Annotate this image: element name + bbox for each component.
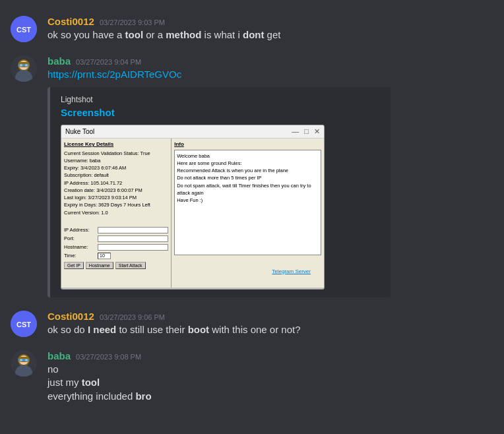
message-group-2: baba 03/27/2023 9:04 PM https://prnt.sc/… [0,50,504,303]
username: baba [47,55,71,67]
svg-point-19 [25,359,28,361]
message-group-4: baba 03/27/2023 9:08 PM no just my tool … [0,345,504,409]
message-text: https://prnt.sc/2pAIDRTeGVOc [47,68,493,82]
message-line-3: everything included bro [47,390,493,404]
message-content: baba 03/27/2023 9:08 PM no just my tool … [47,350,493,404]
avatar: CST [11,16,37,42]
close-icon: ✕ [314,127,320,136]
message-header: baba 03/27/2023 9:08 PM [47,350,493,361]
telegram-server-link[interactable]: Telegram Server [272,268,311,274]
message-text: ok so you have a tool or a method is wha… [47,28,493,42]
timestamp: 03/27/2023 9:04 PM [76,58,141,66]
left-section-title: License Key Details [64,141,168,147]
message-content: Costi0012 03/27/2023 9:03 PM ok so you h… [47,16,493,42]
get-ip-button[interactable]: Get IP [64,262,84,269]
timestamp: 03/27/2023 9:08 PM [76,353,141,361]
preview-body: License Key Details Current Session Vali… [61,139,324,288]
avatar: CST [11,311,37,337]
ip-address-label: IP Address: [64,227,96,233]
message-header: Costi0012 03/27/2023 9:06 PM [47,311,493,322]
screenshot-link[interactable]: https://prnt.sc/2pAIDRTeGVOc [47,69,181,80]
info-text-area: Welcome baba Here are some ground Rules:… [174,150,321,255]
message-header: Costi0012 03/27/2023 9:03 PM [47,16,493,27]
time-label: Time: [64,253,96,259]
hostname-label: Hostname: [64,244,96,250]
preview-titlebar-buttons: — □ ✕ [292,127,320,136]
username: Costi0012 [47,311,94,322]
message-header: baba 03/27/2023 9:04 PM [47,55,493,67]
svg-text:CST: CST [16,26,31,34]
preview-titlebar: Nuke Tool — □ ✕ [61,125,324,139]
username: baba [47,350,71,361]
maximize-icon: □ [304,127,309,136]
message-line-1: no [47,363,493,377]
message-content: baba 03/27/2023 9:04 PM https://prnt.sc/… [47,55,493,297]
embed-container: Lightshot Screenshot Nuke Tool — □ ✕ Lic… [47,87,391,297]
message-content: Costi0012 03/27/2023 9:06 PM ok so do I … [47,311,493,337]
message-text: ok so do I need to still use their boot … [47,323,493,337]
timestamp: 03/27/2023 9:06 PM [100,313,165,321]
embed-provider: Lightshot [61,95,380,104]
screenshot-image: Nuke Tool — □ ✕ License Key Details Curr… [61,125,325,290]
action-buttons: Get IP Hostname Start Attack [64,262,168,269]
message-group-1: CST Costi0012 03/27/2023 9:03 PM ok so y… [0,11,504,47]
port-field[interactable] [98,235,168,242]
message-text: no just my tool everything included bro [47,363,493,404]
avatar [11,350,37,377]
timestamp: 03/27/2023 9:03 PM [100,18,165,26]
hostname-button[interactable]: Hostname [86,262,113,269]
username: Costi0012 [47,16,94,27]
input-section: IP Address: Port: Hostname: [64,227,168,269]
time-field[interactable]: 10 [98,253,111,259]
svg-point-18 [20,359,22,361]
right-section-title: Info [174,141,321,147]
svg-text:CST: CST [16,321,31,328]
preview-title: Nuke Tool [65,128,94,135]
port-label: Port: [64,235,96,241]
minimize-icon: — [292,127,299,136]
svg-point-8 [20,64,22,67]
message-line-2: just my tool [47,376,493,390]
avatar [11,55,37,82]
svg-point-9 [25,64,28,67]
hostname-field[interactable] [98,244,168,251]
ip-address-field[interactable] [98,227,168,233]
embed-title: Screenshot [61,107,380,118]
start-attack-button[interactable]: Start Attack [115,262,146,269]
message-group-3: CST Costi0012 03/27/2023 9:06 PM ok so d… [0,305,504,342]
license-fields: Current Session Validation Status: True … [64,150,168,216]
